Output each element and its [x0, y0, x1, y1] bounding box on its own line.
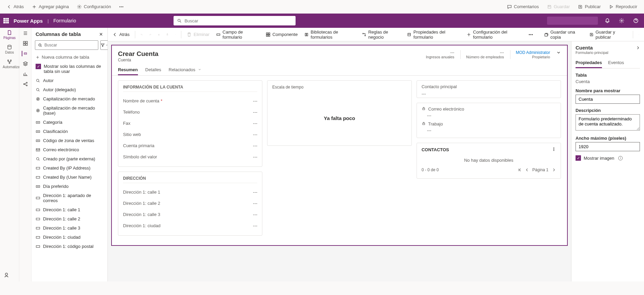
field-ticker[interactable]: Símbolo del valor--- [123, 151, 257, 162]
page-next-icon[interactable] [552, 168, 556, 172]
section-address[interactable]: DIRECCIÓN Dirección 1: calle 1--- Direcc… [118, 172, 262, 236]
connect-icon[interactable] [23, 81, 28, 87]
column-item[interactable]: Dirección 1: ciudad [32, 233, 107, 242]
tab-summary[interactable]: Resumen [118, 65, 138, 75]
cmd-component[interactable]: Componente [264, 31, 299, 38]
field-addr1-street1[interactable]: Dirección 1: calle 1--- [123, 186, 257, 198]
display-name-label: Nombre para mostrar [576, 88, 640, 93]
field-account-name[interactable]: Nombre de cuenta* --- [123, 95, 257, 106]
field-addr1-city[interactable]: Dirección 1: ciudad--- [123, 220, 257, 231]
show-image-checkbox[interactable]: ✓ Mostrar imagen i [576, 155, 640, 161]
more-button[interactable] [117, 3, 126, 11]
cmd-form-field[interactable]: Campo de formulario [215, 28, 260, 41]
cmd-form-config[interactable]: Configuración del formulario [465, 28, 523, 41]
chevron-down-icon[interactable] [174, 33, 177, 36]
section-contact-fields[interactable]: Correo electrónico --- Trabajo - [417, 103, 561, 138]
form-icon[interactable] [22, 51, 27, 56]
show-unused-checkbox[interactable]: ✓ Mostrar solo las columnas de tabla sin… [32, 62, 107, 76]
svg-rect-29 [36, 167, 40, 169]
section-contacts[interactable]: CONTACTOS No hay datos disponibles 0 - 0… [417, 143, 561, 179]
owner-value[interactable]: MOD Administrator [516, 50, 550, 55]
tab-related[interactable]: Relacionados [169, 65, 201, 75]
contacts-nodata: No hay datos disponibles [422, 155, 556, 165]
column-item[interactable]: Dirección 1: calle 1 [32, 205, 107, 214]
max-width-input[interactable] [576, 142, 640, 151]
feedback-icon[interactable] [3, 272, 9, 278]
column-item[interactable]: Creado por (parte externa) [32, 154, 107, 163]
field-fax[interactable]: Fax--- [123, 118, 257, 129]
page-first-icon[interactable] [518, 168, 522, 172]
column-item[interactable]: Día preferido [32, 182, 107, 191]
column-item[interactable]: Código de zona de ventas [32, 136, 107, 145]
column-item[interactable]: Created By (IP Address) [32, 163, 107, 173]
preview-button[interactable]: Reproducir [607, 3, 639, 11]
publish-button-top[interactable]: Publicar [576, 3, 603, 11]
field-addr1-street3[interactable]: Dirección 1: calle 3--- [123, 209, 257, 220]
cmd-back[interactable]: Atrás [111, 31, 131, 38]
back-button[interactable]: Atrás [5, 3, 26, 11]
chevron-right-icon[interactable] [636, 46, 640, 50]
new-column-button[interactable]: Nueva columna de tabla [32, 53, 107, 62]
section-timeline[interactable]: Escala de tiempo Ya falta poco [267, 80, 411, 146]
columns-search[interactable] [35, 40, 98, 50]
cmd-save-publish[interactable]: Guardar y publicar [588, 28, 629, 41]
cmd-form-libs[interactable]: Bibliotecas de formularios [303, 28, 357, 41]
layers-icon[interactable] [23, 61, 28, 66]
chart-icon[interactable] [23, 71, 28, 77]
cmd-form-props[interactable]: Propiedades del formulario [406, 28, 461, 41]
bell-icon[interactable] [605, 18, 610, 23]
column-item[interactable]: Autor [32, 76, 107, 85]
columns-search-input[interactable] [44, 43, 95, 47]
rail-data[interactable]: Datos [3, 44, 16, 54]
global-search[interactable] [174, 16, 296, 25]
description-input[interactable] [576, 114, 640, 131]
field-phone[interactable]: Teléfono--- [123, 106, 257, 118]
hamburger-icon[interactable] [23, 31, 28, 36]
field-email[interactable]: Correo electrónico --- [422, 106, 556, 118]
field-website[interactable]: Sitio web--- [123, 129, 257, 140]
column-item[interactable]: Dirección 1: código postal [32, 242, 107, 251]
help-icon[interactable] [633, 18, 639, 23]
close-icon[interactable] [99, 32, 103, 37]
column-item[interactable]: Created By (User Name) [32, 173, 107, 182]
column-item[interactable]: Dirección 1: calle 2 [32, 214, 107, 223]
section-primary-contact[interactable]: Contacto principal --- [417, 80, 561, 98]
field-primary-account[interactable]: Cuenta primaria--- [123, 140, 257, 151]
add-page-button[interactable]: Agregar página [30, 3, 71, 11]
tab-details[interactable]: Detalles [145, 65, 161, 75]
rail-pages[interactable]: Páginas [3, 30, 16, 40]
column-item[interactable]: Autor (delegado) [32, 85, 107, 94]
columns-filter-button[interactable] [100, 40, 108, 50]
column-item[interactable]: Categoría [32, 118, 107, 127]
chevron-down-icon[interactable] [637, 33, 641, 36]
form-container[interactable]: Crear Cuenta Cuenta --- Ingresos anuales… [111, 45, 568, 246]
column-item[interactable]: Dirección 1: calle 3 [32, 223, 107, 233]
chevron-down-icon[interactable] [556, 50, 561, 55]
comments-button[interactable]: Comentarios [505, 3, 541, 11]
column-item[interactable]: Correo electrónico [32, 145, 107, 154]
global-search-input[interactable] [184, 18, 292, 23]
column-item[interactable]: Dirección 1: apartado de correos [32, 191, 107, 205]
cmd-business-rules[interactable]: Reglas de negocio [361, 28, 402, 41]
grid-icon[interactable] [23, 41, 28, 46]
info-icon[interactable]: i [618, 156, 623, 160]
cmd-overflow[interactable] [527, 31, 535, 38]
field-work[interactable]: Trabajo --- [422, 121, 556, 133]
rail-automation[interactable]: Automatización [3, 59, 16, 69]
column-item[interactable]: Capitalización de mercado [32, 94, 107, 103]
cmd-save-copy[interactable]: Guardar una copia [543, 28, 584, 41]
settings-button[interactable]: Configuración [75, 3, 113, 11]
field-addr1-street2[interactable]: Dirección 1: calle 2--- [123, 198, 257, 209]
page-prev-icon[interactable] [525, 168, 529, 172]
column-item[interactable]: Capitalización de mercado (base) [32, 103, 107, 118]
app-launcher-icon[interactable] [3, 18, 9, 23]
props-tab-events[interactable]: Eventos [608, 58, 624, 68]
environment-pill[interactable] [547, 17, 598, 25]
section-account-info[interactable]: INFORMACIÓN DE LA CUENTA Nombre de cuent… [118, 80, 262, 167]
more-vert-icon[interactable] [552, 147, 556, 151]
display-name-input[interactable] [576, 95, 640, 104]
props-tab-properties[interactable]: Propiedades [576, 58, 602, 68]
currency-icon [36, 97, 40, 101]
column-item[interactable]: Clasificación [32, 127, 107, 136]
settings-icon[interactable] [619, 18, 624, 23]
